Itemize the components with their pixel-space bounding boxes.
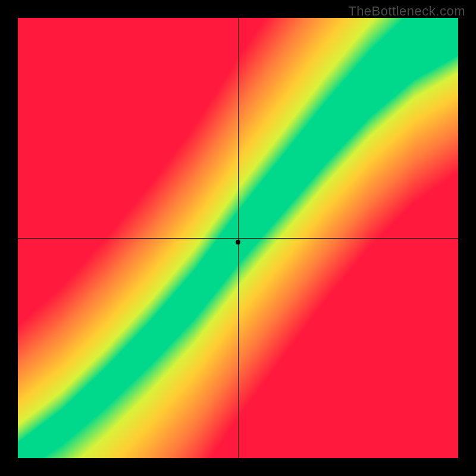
watermark-text: TheBottleneck.com xyxy=(348,4,465,19)
crosshair-horizontal xyxy=(18,238,458,239)
plot-area xyxy=(18,18,458,458)
marker-dot xyxy=(236,240,240,245)
chart-frame: TheBottleneck.com xyxy=(0,0,476,476)
